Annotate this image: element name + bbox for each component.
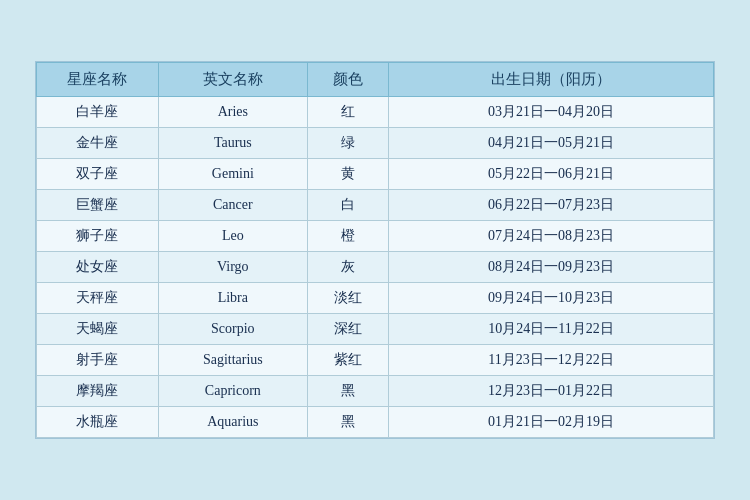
cell-chinese: 金牛座 xyxy=(37,128,159,159)
cell-chinese: 白羊座 xyxy=(37,97,159,128)
table-row: 天蝎座Scorpio深红10月24日一11月22日 xyxy=(37,314,714,345)
cell-english: Libra xyxy=(158,283,307,314)
cell-english: Sagittarius xyxy=(158,345,307,376)
cell-color: 深红 xyxy=(307,314,388,345)
cell-english: Gemini xyxy=(158,159,307,190)
cell-color: 白 xyxy=(307,190,388,221)
header-chinese: 星座名称 xyxy=(37,63,159,97)
cell-color: 红 xyxy=(307,97,388,128)
cell-chinese: 摩羯座 xyxy=(37,376,159,407)
cell-chinese: 天蝎座 xyxy=(37,314,159,345)
cell-chinese: 巨蟹座 xyxy=(37,190,159,221)
header-color: 颜色 xyxy=(307,63,388,97)
table-row: 水瓶座Aquarius黑01月21日一02月19日 xyxy=(37,407,714,438)
cell-date: 10月24日一11月22日 xyxy=(389,314,714,345)
cell-date: 07月24日一08月23日 xyxy=(389,221,714,252)
cell-english: Virgo xyxy=(158,252,307,283)
cell-chinese: 处女座 xyxy=(37,252,159,283)
cell-color: 紫红 xyxy=(307,345,388,376)
cell-color: 绿 xyxy=(307,128,388,159)
table-row: 白羊座Aries红03月21日一04月20日 xyxy=(37,97,714,128)
cell-chinese: 双子座 xyxy=(37,159,159,190)
cell-date: 05月22日一06月21日 xyxy=(389,159,714,190)
cell-english: Aquarius xyxy=(158,407,307,438)
cell-chinese: 射手座 xyxy=(37,345,159,376)
cell-color: 黄 xyxy=(307,159,388,190)
cell-english: Capricorn xyxy=(158,376,307,407)
cell-english: Cancer xyxy=(158,190,307,221)
cell-date: 06月22日一07月23日 xyxy=(389,190,714,221)
table-row: 摩羯座Capricorn黑12月23日一01月22日 xyxy=(37,376,714,407)
cell-date: 12月23日一01月22日 xyxy=(389,376,714,407)
table-row: 狮子座Leo橙07月24日一08月23日 xyxy=(37,221,714,252)
header-english: 英文名称 xyxy=(158,63,307,97)
table-row: 金牛座Taurus绿04月21日一05月21日 xyxy=(37,128,714,159)
table-row: 巨蟹座Cancer白06月22日一07月23日 xyxy=(37,190,714,221)
cell-date: 01月21日一02月19日 xyxy=(389,407,714,438)
cell-chinese: 狮子座 xyxy=(37,221,159,252)
cell-color: 黑 xyxy=(307,376,388,407)
cell-color: 灰 xyxy=(307,252,388,283)
cell-color: 淡红 xyxy=(307,283,388,314)
cell-date: 09月24日一10月23日 xyxy=(389,283,714,314)
header-date: 出生日期（阳历） xyxy=(389,63,714,97)
cell-chinese: 天秤座 xyxy=(37,283,159,314)
cell-english: Aries xyxy=(158,97,307,128)
table-row: 双子座Gemini黄05月22日一06月21日 xyxy=(37,159,714,190)
zodiac-table-container: 星座名称 英文名称 颜色 出生日期（阳历） 白羊座Aries红03月21日一04… xyxy=(35,61,715,439)
cell-date: 03月21日一04月20日 xyxy=(389,97,714,128)
table-row: 处女座Virgo灰08月24日一09月23日 xyxy=(37,252,714,283)
cell-english: Taurus xyxy=(158,128,307,159)
cell-color: 黑 xyxy=(307,407,388,438)
cell-english: Leo xyxy=(158,221,307,252)
cell-date: 08月24日一09月23日 xyxy=(389,252,714,283)
table-row: 天秤座Libra淡红09月24日一10月23日 xyxy=(37,283,714,314)
cell-chinese: 水瓶座 xyxy=(37,407,159,438)
cell-english: Scorpio xyxy=(158,314,307,345)
cell-date: 04月21日一05月21日 xyxy=(389,128,714,159)
table-row: 射手座Sagittarius紫红11月23日一12月22日 xyxy=(37,345,714,376)
cell-date: 11月23日一12月22日 xyxy=(389,345,714,376)
table-header-row: 星座名称 英文名称 颜色 出生日期（阳历） xyxy=(37,63,714,97)
zodiac-table: 星座名称 英文名称 颜色 出生日期（阳历） 白羊座Aries红03月21日一04… xyxy=(36,62,714,438)
cell-color: 橙 xyxy=(307,221,388,252)
